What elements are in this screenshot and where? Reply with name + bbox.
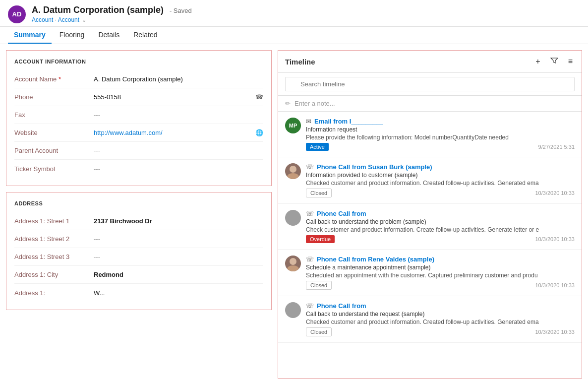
value-phone[interactable]: 555-0158 ☎	[94, 93, 263, 101]
field-fax: Fax ---	[14, 106, 263, 124]
svg-point-3	[287, 265, 299, 271]
status-badge[interactable]: Closed	[306, 281, 332, 290]
tab-details[interactable]: Details	[92, 27, 125, 44]
phone-icon: ☏	[306, 163, 314, 171]
address-title: ADDRESS	[14, 200, 263, 206]
item-header: ✉ Email from I_________	[306, 118, 575, 125]
breadcrumb-account-type-link[interactable]: Account	[58, 16, 79, 23]
account-info-section: ACCOUNT INFORMATION Account Name * A. Da…	[6, 50, 272, 186]
item-title[interactable]: Phone Call from Susan Burk (sample)	[317, 163, 432, 171]
label-parent-account: Parent Account	[14, 147, 94, 154]
value-parent-account[interactable]: ---	[94, 147, 263, 154]
main-layout: ACCOUNT INFORMATION Account Name * A. Da…	[0, 44, 588, 385]
label-street3: Address 1: Street 3	[14, 253, 94, 260]
value-ticker-symbol[interactable]: ---	[94, 165, 263, 173]
field-parent-account: Parent Account ---	[14, 142, 263, 160]
item-footer: Closed 10/3/2020 10:33	[306, 189, 575, 197]
item-desc: Checked customer and product information…	[306, 180, 575, 187]
item-date: 10/3/2020 10:33	[535, 190, 575, 196]
avatar: AD	[8, 5, 26, 23]
label-city: Address 1: City	[14, 271, 94, 278]
email-icon: ✉	[306, 118, 311, 125]
value-street1[interactable]: 2137 Birchwood Dr	[94, 217, 263, 225]
item-footer: Closed 10/3/2020 10:33	[306, 327, 575, 336]
value-street2[interactable]: ---	[94, 235, 263, 243]
item-title[interactable]: Phone Call from	[317, 210, 366, 217]
item-desc: Checked customer and product information…	[306, 319, 575, 325]
label-street1: Address 1: Street 1	[14, 217, 94, 225]
label-ticker-symbol: Ticker Symbol	[14, 165, 94, 173]
edit-icon: ✏	[285, 100, 291, 107]
item-subject: Schedule a maintenance appointment (samp…	[306, 264, 575, 271]
timeline-title: Timeline	[285, 58, 533, 66]
filter-timeline-button[interactable]	[548, 56, 560, 67]
field-street2: Address 1: Street 2 ---	[14, 230, 263, 248]
timeline-item: ☏ Phone Call from Call back to understan…	[278, 204, 582, 250]
item-desc: Check customer and product information. …	[306, 226, 575, 233]
account-info-title: ACCOUNT INFORMATION	[14, 59, 263, 64]
note-placeholder-text: Enter a note...	[294, 100, 335, 107]
add-timeline-item-button[interactable]: +	[533, 56, 542, 67]
item-header: ☏ Phone Call from	[306, 210, 575, 217]
required-indicator: *	[59, 76, 61, 83]
tab-related[interactable]: Related	[127, 27, 163, 44]
value-address-extra[interactable]: W...	[94, 289, 263, 297]
item-date: 9/27/2021 5:31	[538, 144, 575, 150]
avatar	[285, 302, 301, 318]
status-badge[interactable]: Overdue	[306, 235, 335, 243]
item-footer: Overdue 10/3/2020 10:33	[306, 235, 575, 243]
breadcrumb-account-link[interactable]: Account	[32, 16, 53, 23]
item-desc: Scheduled an appointment with the custom…	[306, 272, 575, 279]
label-fax: Fax	[14, 111, 94, 119]
field-website: Website http://www.adatum.com/ 🌐	[14, 124, 263, 142]
field-city: Address 1: City Redmond	[14, 266, 263, 284]
globe-icon[interactable]: 🌐	[255, 129, 263, 136]
avatar: MP	[285, 118, 301, 133]
item-header: ☏ Phone Call from	[306, 302, 575, 310]
tab-summary[interactable]: Summary	[8, 27, 52, 44]
timeline-search-wrapper: 🔍	[278, 73, 582, 96]
status-badge[interactable]: Active	[306, 143, 329, 151]
item-title[interactable]: Phone Call from Rene Valdes (sample)	[317, 256, 434, 263]
phone-icon: ☏	[306, 256, 314, 263]
timeline-search-input[interactable]	[285, 77, 575, 91]
value-street3[interactable]: ---	[94, 253, 263, 260]
item-subject: Call back to understand the request (sam…	[306, 311, 575, 318]
value-fax[interactable]: ---	[94, 111, 263, 119]
page-title: A. Datum Corporation (sample)	[32, 5, 164, 15]
label-account-name: Account Name *	[14, 75, 94, 83]
timeline-item-content: ☏ Phone Call from Susan Burk (sample) In…	[306, 163, 575, 197]
field-ticker-symbol: Ticker Symbol ---	[14, 160, 263, 178]
timeline-item-content: ☏ Phone Call from Rene Valdes (sample) S…	[306, 256, 575, 290]
timeline-item-content: ☏ Phone Call from Call back to understan…	[306, 302, 575, 336]
item-title[interactable]: Phone Call from	[317, 302, 366, 310]
field-phone: Phone 555-0158 ☎	[14, 88, 263, 106]
saved-status: - Saved	[170, 7, 192, 14]
phone-icon[interactable]: ☎	[255, 93, 263, 101]
tab-bar: Summary Flooring Details Related	[0, 27, 588, 44]
value-city[interactable]: Redmond	[94, 271, 263, 278]
item-desc: Please provide the following information…	[306, 134, 575, 141]
item-subject: Information request	[306, 126, 575, 133]
item-title[interactable]: Email from I_________	[314, 118, 383, 125]
value-website[interactable]: http://www.adatum.com/ 🌐	[94, 129, 263, 136]
tab-flooring[interactable]: Flooring	[54, 27, 91, 44]
note-input-area[interactable]: ✏ Enter a note...	[278, 96, 582, 112]
timeline-item: MP ✉ Email from I_________ Information r…	[278, 112, 582, 157]
avatar	[285, 163, 301, 179]
timeline-header: Timeline + ≡	[278, 51, 582, 73]
label-address-extra: Address 1:	[14, 289, 94, 297]
svg-point-1	[287, 173, 299, 179]
timeline-item: ☏ Phone Call from Susan Burk (sample) In…	[278, 157, 582, 204]
status-badge[interactable]: Closed	[306, 327, 332, 336]
item-header: ☏ Phone Call from Rene Valdes (sample)	[306, 256, 575, 263]
avatar	[285, 256, 301, 271]
label-street2: Address 1: Street 2	[14, 235, 94, 243]
more-timeline-button[interactable]: ≡	[566, 56, 575, 67]
status-badge[interactable]: Closed	[306, 189, 332, 197]
address-section: ADDRESS Address 1: Street 1 2137 Birchwo…	[6, 192, 272, 310]
item-subject: Information provided to customer (sample…	[306, 172, 575, 179]
item-footer: Closed 10/3/2020 10:33	[306, 281, 575, 290]
timeline-item-content: ✉ Email from I_________ Information requ…	[306, 118, 575, 151]
value-account-name[interactable]: A. Datum Corporation (sample)	[94, 75, 263, 83]
